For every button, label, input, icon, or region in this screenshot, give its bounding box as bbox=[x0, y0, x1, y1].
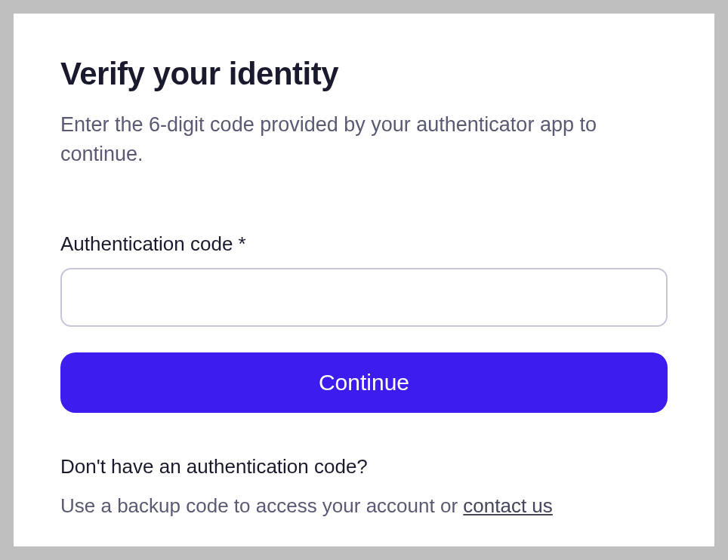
verify-identity-card: Verify your identity Enter the 6-digit c… bbox=[14, 14, 714, 546]
auth-code-label: Authentication code * bbox=[60, 232, 668, 256]
help-heading: Don't have an authentication code? bbox=[60, 455, 668, 478]
help-text: Use a backup code to access your account… bbox=[60, 492, 668, 519]
auth-code-input[interactable] bbox=[60, 268, 668, 327]
continue-button[interactable]: Continue bbox=[60, 352, 668, 413]
contact-us-link[interactable]: contact us bbox=[463, 494, 553, 517]
help-text-prefix: Use a backup code to access your account… bbox=[60, 494, 463, 517]
page-title: Verify your identity bbox=[60, 56, 668, 92]
page-subtitle: Enter the 6-digit code provided by your … bbox=[60, 110, 627, 169]
